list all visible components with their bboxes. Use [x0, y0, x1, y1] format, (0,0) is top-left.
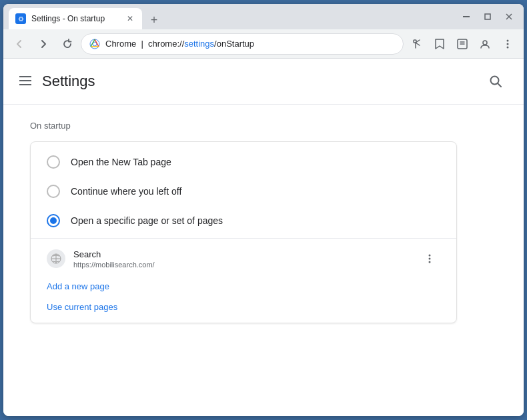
new-tab-button[interactable]: +	[145, 11, 163, 29]
page-entry: Search https://mobilisearch.com/	[31, 241, 456, 276]
option-specific-label: Open a specific page or set of pages	[71, 215, 223, 226]
svg-point-23	[429, 258, 431, 260]
on-startup-label: On startup	[30, 121, 497, 131]
use-current-pages-button[interactable]: Use current pages	[47, 302, 117, 312]
minimize-button[interactable]	[457, 10, 476, 23]
window-controls	[457, 10, 518, 23]
add-new-page-button[interactable]: Add a new page	[47, 281, 109, 291]
settings-header: Settings	[3, 59, 524, 105]
svg-point-13	[507, 46, 509, 48]
svg-point-11	[507, 39, 509, 41]
close-button[interactable]	[500, 10, 518, 23]
svg-line-18	[498, 83, 501, 87]
share-button[interactable]	[406, 33, 428, 55]
page-favicon-icon	[47, 249, 65, 268]
active-tab[interactable]: ⚙ Settings - On startup ✕	[9, 8, 142, 29]
browser-window: ⚙ Settings - On startup ✕ +	[3, 4, 524, 416]
sidebar-toggle-button[interactable]	[19, 75, 31, 89]
tab-search-button[interactable]	[452, 33, 473, 55]
svg-rect-1	[485, 14, 490, 19]
svg-point-22	[429, 255, 431, 257]
forward-button[interactable]	[33, 33, 54, 55]
toolbar-icons	[406, 33, 518, 55]
page-title: Settings	[42, 73, 484, 90]
radio-specific[interactable]	[47, 214, 60, 227]
menu-button[interactable]	[497, 33, 518, 55]
startup-options-card: Open the New Tab page Continue where you…	[30, 141, 457, 323]
title-bar: ⚙ Settings - On startup ✕ +	[3, 4, 524, 29]
tab-title: Settings - On startup	[31, 14, 119, 23]
chrome-logo-icon	[89, 39, 100, 49]
radio-continue[interactable]	[47, 185, 60, 198]
bookmark-button[interactable]	[429, 33, 450, 55]
url-suffix: /onStartup	[214, 39, 254, 49]
search-settings-button[interactable]	[484, 69, 508, 93]
site-name: Chrome	[105, 39, 136, 49]
svg-point-12	[507, 43, 509, 45]
url-prefix: chrome://	[148, 39, 184, 49]
svg-point-24	[429, 261, 431, 263]
settings-page: Settings PC On startup Open the New Tab …	[3, 59, 524, 416]
option-specific[interactable]: Open a specific page or set of pages	[31, 206, 456, 235]
option-new-tab-label: Open the New Tab page	[71, 157, 171, 167]
page-more-button[interactable]	[419, 248, 440, 269]
tab-favicon: ⚙	[15, 13, 26, 24]
radio-new-tab[interactable]	[47, 155, 60, 169]
option-continue-label: Continue where you left off	[71, 186, 181, 197]
tab-area: ⚙ Settings - On startup ✕ +	[9, 4, 457, 29]
reload-button[interactable]	[57, 33, 78, 55]
back-button[interactable]	[9, 33, 30, 55]
option-new-tab[interactable]: Open the New Tab page	[31, 147, 456, 177]
address-bar[interactable]: Chrome | chrome://settings/onStartup	[81, 33, 404, 55]
toolbar: Chrome | chrome://settings/onStartup	[3, 29, 524, 59]
svg-rect-6	[414, 40, 416, 43]
divider	[31, 238, 456, 239]
svg-point-10	[483, 41, 487, 45]
maximize-button[interactable]	[478, 10, 497, 23]
page-name: Search	[73, 249, 411, 259]
option-continue[interactable]: Continue where you left off	[31, 177, 456, 206]
page-info: Search https://mobilisearch.com/	[73, 249, 411, 269]
tab-close-button[interactable]: ✕	[125, 13, 135, 24]
settings-content: PC On startup Open the New Tab page Cont…	[3, 105, 524, 416]
address-text: Chrome | chrome://settings/onStartup	[105, 39, 395, 49]
page-url: https://mobilisearch.com/	[73, 261, 411, 269]
svg-rect-0	[463, 16, 470, 17]
url-highlight: settings	[184, 39, 214, 49]
profile-button[interactable]	[474, 33, 496, 55]
